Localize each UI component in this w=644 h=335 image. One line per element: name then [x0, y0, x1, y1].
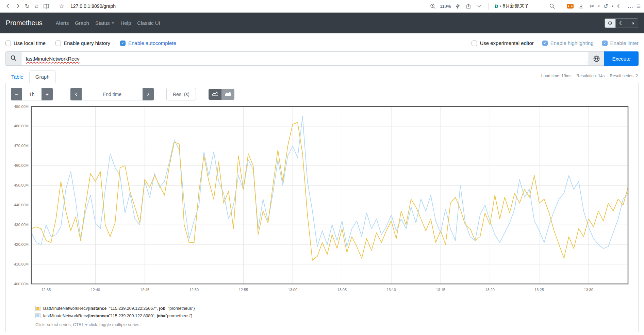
- nav-item-alerts[interactable]: Alerts: [53, 17, 72, 29]
- undo-icon[interactable]: ↺: [601, 1, 610, 11]
- search-icon[interactable]: [547, 1, 557, 11]
- svg-text:430.00M: 430.00M: [14, 223, 29, 227]
- svg-text:13:10: 13:10: [386, 288, 396, 292]
- option-enable-highlighting[interactable]: ✓ Enable highlighting: [542, 40, 594, 46]
- stacked-chart-toggle-button[interactable]: [221, 89, 234, 100]
- legend-item[interactable]: lastMinuteNetworkRecv{instance="115.239.…: [35, 313, 634, 318]
- option-enable-query-history[interactable]: Enable query history: [55, 40, 110, 46]
- theme-dark-moon-button[interactable]: ☾: [616, 18, 627, 28]
- bing-widget-text[interactable]: 6月新规来了: [502, 3, 529, 9]
- forward-icon[interactable]: [13, 1, 22, 11]
- tab-graph[interactable]: Graph: [29, 70, 56, 83]
- nav-item-help[interactable]: Help: [117, 17, 134, 29]
- end-time-input[interactable]: [82, 88, 143, 100]
- nav-item-status[interactable]: Status: [92, 17, 118, 29]
- svg-text:490.00M: 490.00M: [14, 105, 29, 109]
- legend-swatch-icon: [35, 306, 40, 311]
- resolution-input[interactable]: [166, 88, 196, 100]
- graph-controls: − + ‹ ›: [11, 88, 634, 100]
- prometheus-navbar: Prometheus Alerts Graph Status Help Clas…: [0, 13, 644, 33]
- query-search-addon: [5, 51, 21, 66]
- svg-text:13:30: 13:30: [584, 288, 593, 292]
- back-icon[interactable]: [3, 1, 13, 11]
- svg-text:12:50: 12:50: [189, 288, 199, 292]
- checkbox-checked-icon[interactable]: ✓: [602, 41, 608, 46]
- option-enable-autocomplete[interactable]: ✓ Enable autocomplete: [120, 40, 176, 46]
- address-bar-url[interactable]: 127.0.0.1:9090/graph: [70, 3, 116, 9]
- svg-text:13:00: 13:00: [288, 288, 298, 292]
- option-enable-linter[interactable]: ✓ Enable linter: [602, 40, 639, 46]
- stacked-area-icon: [225, 91, 231, 97]
- resize-handle[interactable]: [584, 59, 588, 65]
- chart-type-toggle: [209, 89, 234, 100]
- sidebar-icon[interactable]: [637, 1, 641, 11]
- time-back-button[interactable]: ‹: [70, 88, 82, 100]
- execute-button[interactable]: Execute: [604, 51, 639, 66]
- time-forward-button[interactable]: ›: [143, 88, 154, 100]
- checkbox-checked-icon[interactable]: ✓: [542, 41, 548, 46]
- line-chart-toggle-button[interactable]: [209, 89, 221, 100]
- checkbox-checked-icon[interactable]: ✓: [120, 41, 126, 46]
- nav-item-classic-ui[interactable]: Classic UI: [134, 17, 163, 29]
- dropdown-caret-icon: [112, 22, 114, 24]
- zoom-level-label[interactable]: 110%: [440, 4, 451, 9]
- stat-load-time: Load time: 19ms: [541, 74, 572, 78]
- graph-panel: − + ‹ › 400.00M410.00M420.00M430.00M: [5, 83, 639, 332]
- nav-item-graph[interactable]: Graph: [72, 17, 92, 29]
- caret-down-icon[interactable]: ▾: [598, 4, 600, 8]
- zoom-in-icon[interactable]: [428, 1, 438, 11]
- svg-text:13:15: 13:15: [436, 288, 445, 292]
- svg-text:12:40: 12:40: [91, 288, 100, 292]
- svg-text:13:25: 13:25: [534, 288, 544, 292]
- svg-text:400.00M: 400.00M: [14, 282, 29, 286]
- range-increase-button[interactable]: +: [42, 88, 53, 100]
- query-input-row: lastMinuteNetworkRecv Execute: [5, 51, 639, 66]
- divider: [54, 3, 54, 10]
- contrast-circle-icon: ◑: [631, 20, 634, 26]
- home-icon[interactable]: ⌂: [32, 1, 42, 11]
- svg-text:12:35: 12:35: [42, 288, 51, 292]
- downloads-icon[interactable]: [576, 1, 586, 11]
- legend-swatch-icon: [35, 313, 40, 318]
- query-expression-input[interactable]: lastMinuteNetworkRecv: [21, 51, 589, 66]
- chevron-down-icon[interactable]: [475, 1, 484, 11]
- more-options-icon[interactable]: …: [626, 1, 635, 11]
- refresh-icon[interactable]: ↻: [22, 1, 32, 11]
- metrics-explorer-globe-button[interactable]: [589, 51, 604, 66]
- tab-table[interactable]: Table: [5, 71, 29, 83]
- checkbox-unchecked-icon[interactable]: [472, 41, 477, 46]
- legend-item[interactable]: lastMinuteNetworkRecv{instance="115.239.…: [35, 306, 634, 311]
- caret-down-icon[interactable]: ▾: [612, 4, 613, 8]
- dark-mode-moon-icon[interactable]: ☾: [615, 1, 624, 11]
- theme-auto-contrast-button[interactable]: ◑: [627, 18, 638, 28]
- svg-text:460.00M: 460.00M: [14, 163, 29, 168]
- range-input[interactable]: [22, 88, 42, 100]
- range-input-group: − +: [11, 88, 53, 100]
- stat-result-series: Result series: 2: [610, 74, 638, 78]
- web-capture-scissors-icon[interactable]: ✂: [587, 1, 597, 11]
- games-controller-icon[interactable]: [565, 1, 575, 11]
- stat-resolution: Resolution: 14s: [577, 74, 605, 78]
- bing-search-widget[interactable]: b ▾ 6月新规来了: [495, 3, 529, 10]
- divider: [488, 3, 489, 10]
- option-use-experimental-editor[interactable]: Use experimental editor: [472, 40, 533, 46]
- divider: [561, 3, 561, 10]
- panel-tabs: Table Graph Load time: 19ms Resolution: …: [5, 70, 639, 83]
- chart-area[interactable]: 400.00M410.00M420.00M430.00M440.00M450.0…: [10, 104, 634, 297]
- gear-icon: ⚙: [608, 20, 612, 26]
- range-decrease-button[interactable]: −: [11, 88, 22, 100]
- checkbox-unchecked-icon[interactable]: [55, 41, 61, 46]
- share-icon[interactable]: [464, 1, 473, 11]
- svg-text:480.00M: 480.00M: [14, 124, 29, 128]
- favorite-star-icon[interactable]: ☆: [57, 1, 66, 11]
- theme-light-gear-button[interactable]: ⚙: [605, 18, 616, 28]
- options-row: Use local time Enable query history ✓ En…: [0, 33, 644, 51]
- chart-svg[interactable]: 400.00M410.00M420.00M430.00M440.00M450.0…: [10, 104, 632, 296]
- brand-prometheus[interactable]: Prometheus: [6, 19, 43, 27]
- svg-text:420.00M: 420.00M: [14, 242, 29, 246]
- checkbox-unchecked-icon[interactable]: [5, 41, 11, 46]
- reading-list-icon[interactable]: [42, 1, 51, 11]
- performance-bolt-icon[interactable]: [453, 1, 462, 11]
- option-use-local-time[interactable]: Use local time: [5, 40, 46, 46]
- browser-actions: 110% b ▾ 6月新规来了 ✂ ▾ ↺ ▾ ☾ …: [428, 1, 641, 11]
